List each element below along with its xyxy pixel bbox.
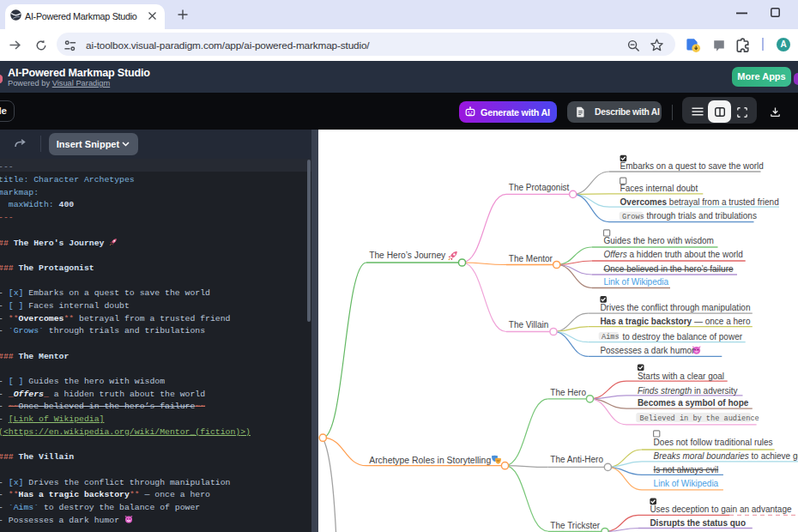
- svg-text:Disrupts the status quo: Disrupts the status quo: [650, 518, 746, 528]
- svg-text:Grows: Grows: [622, 213, 644, 221]
- svg-text:The Trickster: The Trickster: [550, 521, 600, 530]
- svg-text:The Protagonist: The Protagonist: [509, 183, 570, 192]
- svg-text:Once believed in the hero’s fa: Once believed in the hero’s failure: [604, 264, 734, 274]
- svg-text:Link of Wikipedia: Link of Wikipedia: [654, 479, 719, 488]
- svg-text:Possesses a dark humor: Possesses a dark humor: [600, 346, 695, 355]
- svg-text:Drives the conflict through ma: Drives the conflict through manipulation: [600, 303, 750, 312]
- svg-text:The Villain: The Villain: [509, 320, 549, 329]
- svg-text:Becomes a symbol of hope: Becomes a symbol of hope: [638, 398, 749, 408]
- svg-text:Does not follow traditional ru: Does not follow traditional rules: [654, 438, 773, 447]
- svg-text:Is not always evil: Is not always evil: [654, 465, 719, 475]
- svg-text:Believed in by the audience: Believed in by the audience: [640, 414, 759, 423]
- svg-text:Starts with a clear goal: Starts with a clear goal: [638, 372, 724, 381]
- svg-text:Archetype Roles in Storytellin: Archetype Roles in Storytelling: [369, 456, 491, 465]
- svg-text:Guides the hero with wisdom: Guides the hero with wisdom: [604, 236, 714, 245]
- svg-text:to destroy the balance of powe: to destroy the balance of power: [623, 332, 743, 342]
- svg-text:Faces internal doubt: Faces internal doubt: [620, 184, 698, 193]
- svg-text:Finds strength in adversity: Finds strength in adversity: [638, 386, 738, 396]
- svg-text:through trials and tribulation: through trials and tribulations: [647, 211, 757, 221]
- svg-text:Uses deception to gain an adva: Uses deception to gain an advantage: [650, 505, 792, 514]
- svg-text:Aims: Aims: [602, 333, 620, 342]
- svg-text:The Hero: The Hero: [550, 388, 586, 397]
- svg-text:The Hero’s Journey: The Hero’s Journey: [369, 251, 445, 260]
- svg-text:Link of Wikipedia: Link of Wikipedia: [604, 277, 669, 287]
- svg-text:Overcomes betrayal from a trus: Overcomes betrayal from a trusted friend: [620, 197, 779, 207]
- svg-text:Embarks on a quest to save the: Embarks on a quest to save the world: [620, 161, 764, 171]
- svg-text:Has a tragic backstory — once: Has a tragic backstory — once a hero: [600, 317, 751, 326]
- svg-text:The Mentor: The Mentor: [509, 254, 553, 263]
- svg-text:The Anti-Hero: The Anti-Hero: [550, 455, 603, 464]
- svg-text:Breaks moral boundaries to ach: Breaks moral boundaries to achieve goals: [654, 451, 798, 461]
- svg-text:Offers a hidden truth about th: Offers a hidden truth about the world: [604, 250, 743, 259]
